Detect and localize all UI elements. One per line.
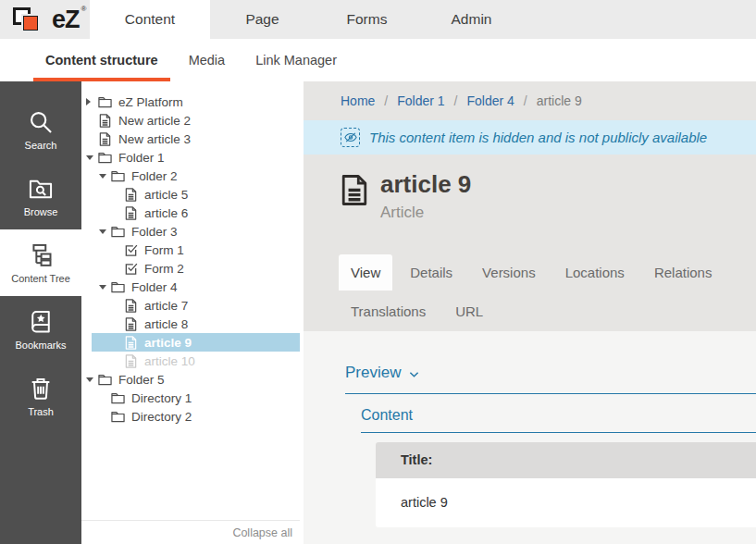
tree-item-new-article-2[interactable]: New article 2 (81, 111, 300, 130)
top-bar: eZ® Content Page Forms Admin (0, 0, 756, 39)
tree-item-new-article-3[interactable]: New article 3 (81, 130, 300, 148)
tree-item-label: Form 1 (144, 243, 184, 257)
top-nav-tab-label: Forms (347, 11, 388, 28)
tree-item-directory-2[interactable]: Directory 2 (81, 407, 300, 426)
tab-translations[interactable]: Translations (339, 293, 438, 329)
notice-text: This content item is hidden and is not p… (369, 130, 707, 145)
breadcrumb-separator: / (454, 93, 458, 108)
tree-item-label: Directory 2 (131, 410, 192, 424)
sub-nav: Content structure Media Link Manager (0, 39, 756, 81)
content-divider (361, 432, 756, 433)
subnav-item-media[interactable]: Media (177, 39, 238, 81)
hidden-eye-icon (341, 128, 360, 147)
tree-item-article-7[interactable]: article 7 (81, 296, 300, 315)
article-icon (124, 206, 138, 220)
folder-icon (111, 410, 125, 424)
browse-icon (28, 176, 54, 202)
tree-toggle-icon[interactable] (86, 98, 98, 105)
tab-relations[interactable]: Relations (642, 254, 725, 291)
form-icon (124, 243, 138, 257)
tree-item-folder-3[interactable]: Folder 3 (81, 222, 300, 241)
tree-item-folder-4[interactable]: Folder 4 (81, 278, 300, 296)
ez-logo[interactable]: eZ® (0, 0, 90, 39)
title-block: article 9 Article (304, 155, 756, 222)
tree-item-label: eZ Platform (118, 95, 183, 109)
tab-locations[interactable]: Locations (553, 254, 637, 291)
tree-item-label: Folder 2 (131, 169, 178, 183)
folder-icon (111, 391, 125, 405)
top-nav-tab-forms[interactable]: Forms (315, 0, 419, 39)
trademark-symbol: ® (81, 5, 86, 13)
sidebar-item-label: Content Tree (11, 273, 70, 284)
top-nav-tab-page[interactable]: Page (210, 0, 315, 39)
article-icon (124, 299, 138, 313)
tree-item-article-8[interactable]: article 8 (81, 315, 300, 333)
breadcrumb-item-home[interactable]: Home (341, 93, 375, 108)
tree-item-folder-2[interactable]: Folder 2 (81, 167, 300, 185)
preview-section-toggle[interactable]: Preview (345, 364, 419, 382)
tree-item-label: article 10 (144, 354, 195, 368)
ez-logo-icon (13, 5, 46, 34)
tree-toggle-icon[interactable] (86, 377, 98, 382)
breadcrumb-item-folder-1[interactable]: Folder 1 (397, 93, 444, 108)
subnav-item-content-structure[interactable]: Content structure (33, 39, 170, 81)
content-tree: eZ Platform New article 2 New article 3 … (81, 81, 300, 426)
tab-versions[interactable]: Versions (470, 254, 548, 291)
tree-item-ez-platform[interactable]: eZ Platform (81, 93, 300, 111)
tab-view[interactable]: View (339, 254, 392, 291)
tree-item-folder-5[interactable]: Folder 5 (81, 370, 300, 389)
icon-sidebar: Search Browse Content Tree Bookmarks Tra… (0, 81, 81, 544)
folder-icon (111, 280, 125, 294)
tree-item-directory-1[interactable]: Directory 1 (81, 389, 300, 407)
tree-item-article-10[interactable]: article 10 (81, 352, 300, 370)
tree-item-label: Form 2 (144, 262, 184, 276)
subnav-item-label: Content structure (45, 53, 158, 68)
breadcrumb-item-article-9: article 9 (537, 93, 582, 108)
preview-divider (345, 393, 756, 394)
field-name: Title: (376, 442, 756, 478)
article-icon (341, 173, 368, 207)
tab-details[interactable]: Details (398, 254, 465, 291)
hidden-content-notice: This content item is hidden and is not p… (304, 120, 756, 155)
tree-item-form-2[interactable]: Form 2 (81, 259, 300, 278)
article-icon (124, 336, 138, 350)
folder-icon (98, 373, 112, 387)
tree-toggle-icon[interactable] (86, 155, 98, 160)
sidebar-item-content-tree[interactable]: Content Tree (0, 229, 81, 296)
article-icon (98, 114, 112, 128)
folder-icon (98, 151, 112, 165)
tree-item-folder-1[interactable]: Folder 1 (81, 148, 300, 167)
tree-item-form-1[interactable]: Form 1 (81, 241, 300, 259)
main-panel: Home/Folder 1/Folder 4/article 9 This co… (304, 81, 756, 544)
content-tab-bar: ViewDetailsVersionsLocationsRelationsTra… (339, 254, 756, 329)
tree-item-label: article 5 (144, 188, 188, 202)
subnav-item-link-manager[interactable]: Link Manager (243, 39, 349, 81)
tree-toggle-icon[interactable] (99, 174, 111, 179)
chevron-down-icon (409, 371, 419, 378)
content-section-heading: Content (361, 407, 413, 424)
tree-item-label: article 6 (144, 206, 188, 220)
tree-item-article-6[interactable]: article 6 (81, 204, 300, 222)
tab-url[interactable]: URL (443, 293, 495, 329)
sidebar-item-label: Trash (28, 406, 54, 417)
folder-icon (111, 169, 125, 183)
breadcrumb-separator: / (524, 93, 527, 108)
tree-item-article-5[interactable]: article 5 (81, 185, 300, 204)
sidebar-item-search[interactable]: Search (0, 96, 81, 163)
tree-toggle-icon[interactable] (99, 285, 111, 290)
article-icon (124, 317, 138, 331)
tree-toggle-icon[interactable] (99, 229, 111, 234)
top-nav: Content Page Forms Admin (90, 0, 756, 39)
sidebar-item-trash[interactable]: Trash (0, 363, 81, 429)
tree-item-article-9[interactable]: article 9 (81, 333, 300, 352)
top-nav-tab-admin[interactable]: Admin (419, 0, 524, 39)
collapse-all-button[interactable]: Collapse all (81, 520, 300, 544)
sidebar-item-browse[interactable]: Browse (0, 163, 81, 229)
sidebar-item-bookmarks[interactable]: Bookmarks (0, 296, 81, 363)
breadcrumb: Home/Folder 1/Folder 4/article 9 (304, 81, 756, 120)
subnav-item-label: Media (189, 53, 226, 68)
field-value: article 9 (376, 478, 756, 527)
top-nav-tab-content[interactable]: Content (90, 0, 210, 39)
breadcrumb-item-folder-4[interactable]: Folder 4 (467, 93, 514, 108)
tree-item-label: article 9 (144, 336, 192, 350)
